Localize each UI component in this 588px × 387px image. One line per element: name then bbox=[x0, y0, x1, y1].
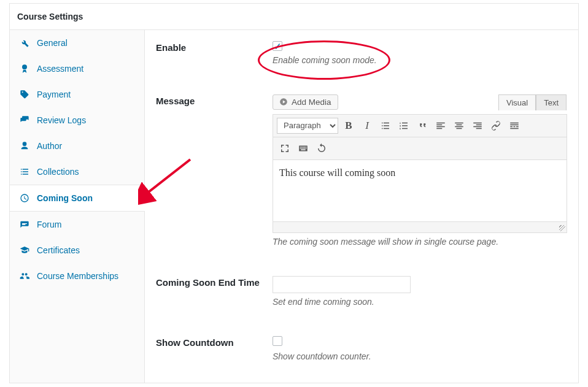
user-icon bbox=[20, 141, 29, 151]
keyboard-button[interactable] bbox=[295, 140, 311, 156]
settings-tabs-sidebar: General Assessment Payment bbox=[10, 30, 145, 383]
wysiwyg-editor: Paragraph B I bbox=[273, 114, 567, 233]
refresh-button[interactable] bbox=[314, 140, 330, 156]
message-desc: The coming soon message will show in sin… bbox=[273, 237, 567, 247]
clock-icon bbox=[20, 193, 29, 203]
sidebar-item-collections[interactable]: Collections bbox=[10, 159, 144, 185]
fullscreen-button[interactable] bbox=[277, 140, 293, 156]
end-time-input[interactable] bbox=[273, 276, 411, 293]
align-right-button[interactable] bbox=[470, 118, 485, 134]
enable-label: Enable bbox=[156, 41, 273, 53]
format-select[interactable]: Paragraph bbox=[277, 118, 338, 134]
numbered-list-button[interactable] bbox=[396, 118, 412, 134]
editor-statusbar bbox=[273, 221, 567, 232]
forum-icon bbox=[20, 220, 29, 229]
align-center-button[interactable] bbox=[451, 118, 467, 134]
row-message: Message Add Media Visual Text bbox=[156, 94, 567, 247]
row-end-time: Coming Soon End Time Set end time coming… bbox=[156, 276, 567, 307]
sidebar-item-label: Review Logs bbox=[37, 115, 86, 125]
course-settings-panel: Course Settings General Assessment bbox=[9, 3, 579, 383]
message-label: Message bbox=[156, 94, 273, 106]
show-countdown-desc: Show countdown counter. bbox=[273, 351, 567, 361]
sidebar-item-label: Collections bbox=[37, 167, 79, 177]
add-media-label: Add Media bbox=[292, 98, 331, 107]
bullet-list-button[interactable] bbox=[377, 118, 393, 134]
sidebar-item-payment[interactable]: Payment bbox=[10, 82, 144, 107]
sidebar-item-label: Payment bbox=[37, 90, 71, 99]
row-show-countdown: Show Countdown Show countdown counter. bbox=[156, 336, 567, 361]
tag-icon bbox=[20, 90, 29, 99]
show-countdown-checkbox[interactable] bbox=[273, 336, 282, 346]
editor-toolbar-row1: Paragraph B I bbox=[273, 115, 567, 137]
enable-checkbox[interactable] bbox=[273, 41, 282, 51]
editor-toolbar-row2 bbox=[273, 137, 567, 160]
align-left-button[interactable] bbox=[433, 118, 449, 134]
sidebar-item-label: Coming Soon bbox=[37, 193, 93, 203]
editor-textarea[interactable]: This course will coming soon bbox=[273, 160, 567, 221]
sidebar-item-label: Course Memberships bbox=[37, 271, 118, 281]
sidebar-item-certificates[interactable]: Certificates bbox=[10, 237, 144, 263]
row-enable: Enable Enable coming soon mode. bbox=[156, 41, 567, 65]
wrench-icon bbox=[20, 38, 29, 48]
add-media-button[interactable]: Add Media bbox=[273, 94, 338, 110]
settings-content: Enable Enable coming soon mode. Message … bbox=[145, 30, 578, 383]
read-more-button[interactable] bbox=[506, 118, 522, 134]
enable-desc: Enable coming soon mode. bbox=[273, 55, 567, 65]
italic-button[interactable]: I bbox=[359, 118, 375, 134]
sidebar-item-label: General bbox=[37, 38, 68, 48]
blockquote-button[interactable] bbox=[414, 118, 430, 134]
show-countdown-label: Show Countdown bbox=[156, 336, 273, 348]
sidebar-item-review-logs[interactable]: Review Logs bbox=[10, 107, 144, 133]
sidebar-item-label: Certificates bbox=[37, 245, 80, 255]
sidebar-item-general[interactable]: General bbox=[10, 30, 144, 56]
end-time-label: Coming Soon End Time bbox=[156, 276, 273, 288]
sidebar-item-label: Assessment bbox=[37, 64, 83, 74]
link-button[interactable] bbox=[488, 118, 504, 134]
list-icon bbox=[20, 167, 29, 177]
sidebar-item-author[interactable]: Author bbox=[10, 133, 144, 159]
sidebar-item-label: Forum bbox=[37, 220, 61, 229]
sidebar-item-course-memberships[interactable]: Course Memberships bbox=[10, 263, 144, 289]
sidebar-item-assessment[interactable]: Assessment bbox=[10, 56, 144, 82]
sidebar-item-label: Author bbox=[37, 141, 62, 151]
graduation-cap-icon bbox=[20, 245, 29, 255]
panel-title: Course Settings bbox=[10, 4, 578, 30]
users-icon bbox=[20, 271, 29, 281]
bold-button[interactable]: B bbox=[341, 118, 357, 134]
media-icon bbox=[279, 98, 288, 106]
sidebar-item-forum[interactable]: Forum bbox=[10, 212, 144, 237]
award-icon bbox=[20, 64, 29, 74]
editor-tab-visual[interactable]: Visual bbox=[498, 94, 536, 110]
editor-tab-text[interactable]: Text bbox=[536, 94, 567, 110]
end-time-desc: Set end time coming soon. bbox=[273, 297, 567, 307]
comments-icon bbox=[20, 115, 29, 125]
sidebar-item-coming-soon[interactable]: Coming Soon bbox=[10, 185, 145, 212]
